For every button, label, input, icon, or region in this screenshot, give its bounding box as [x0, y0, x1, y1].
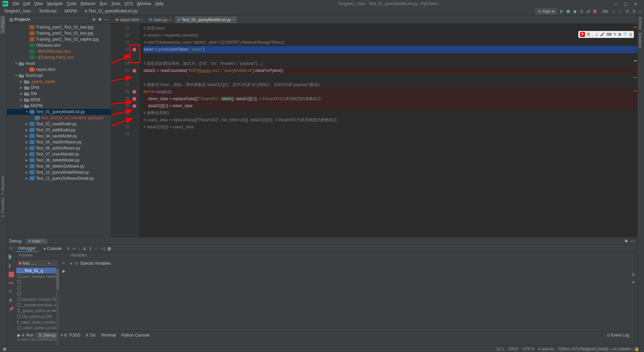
tree-item[interactable]: ▶Test_06_addSoftware.py [7, 145, 111, 151]
tree-item[interactable]: test_start(id, url, headers, payload) [7, 115, 111, 121]
tree-item[interactable]: ▶Test_05_readSoftware.py [7, 139, 111, 145]
tree-item[interactable]: Training_part2_Test_02_bad.jpg [7, 24, 111, 30]
resume-icon[interactable] [9, 254, 14, 260]
menu-file[interactable]: File [11, 1, 21, 6]
gutter[interactable]: 19202122232425262728293031323334 [111, 24, 131, 237]
tree-item[interactable]: ▼MSPM [7, 103, 111, 109]
minimize-icon[interactable]: — [614, 2, 618, 6]
tree-item[interactable]: ▶Test_04_saveModel.py [7, 133, 111, 139]
debugger-tab[interactable]: Debugger [15, 245, 39, 252]
close-icon[interactable]: ✕ [634, 2, 638, 6]
maximize-icon[interactable]: ▢ [624, 2, 628, 6]
link-icon[interactable]: ⇔ [632, 280, 635, 284]
bottom-tab[interactable]: ▶4: Run [15, 332, 36, 338]
thread-selector[interactable]: Mai......▾ ↑↓ [17, 260, 58, 266]
git-revert-icon[interactable]: ⟲ [632, 9, 636, 14]
frame-item[interactable]: _inject_setup_module_f [16, 319, 59, 325]
tree-item[interactable]: ▶Test_02_readModel.py [7, 121, 111, 127]
settings2-icon[interactable]: ⚙ [9, 298, 14, 303]
copy-icon[interactable]: ⎘ [632, 272, 635, 277]
menu-refactor[interactable]: Refactor [78, 1, 98, 6]
project-tab[interactable]: 1: Project [0, 15, 5, 34]
tree-item[interactable]: ▶Test_07_checkModel.py [7, 151, 111, 157]
debug-config-tab[interactable]: main× [26, 238, 47, 244]
hide-icon[interactable]: — [631, 239, 635, 244]
gear-icon[interactable]: ✱ [625, 239, 628, 244]
editor-tab[interactable]: main.py× [146, 16, 174, 23]
stepintomy-icon[interactable]: ⇊ [83, 246, 86, 251]
add-watch-icon[interactable]: ＋ [62, 260, 66, 266]
frame-item[interactable] [16, 291, 59, 296]
stepover-icon[interactable]: ⤻ [72, 246, 75, 251]
collapse-icon[interactable]: — [104, 17, 108, 22]
tree-item[interactable]: ▼result [7, 60, 111, 67]
tree-item[interactable]: ~$Training-Part1.xlsx [7, 54, 111, 60]
pin-icon[interactable]: 📌 [9, 307, 14, 312]
frame-item[interactable]: _importtestmodule, py [16, 302, 59, 308]
editor-tab[interactable]: Test_01_queryModelList.py× [175, 16, 237, 23]
bottom-tab[interactable]: 9: Git [83, 332, 98, 338]
menu-code[interactable]: Code [65, 1, 78, 6]
bottom-tab[interactable]: ≡6: TODO [58, 332, 83, 338]
database-tab[interactable]: Database [638, 31, 643, 50]
frame-item[interactable]: collect, python.py:448 [16, 325, 59, 331]
favorites-tab[interactable]: 2: Favorites [0, 196, 5, 218]
frame-item[interactable]: obj, python.py:263 [16, 313, 59, 319]
stepinto-icon[interactable]: ↓ [78, 246, 80, 251]
menu-help[interactable]: Help [153, 1, 166, 6]
git-history-icon[interactable]: ↺ [626, 9, 629, 14]
forcestep-icon[interactable]: ⇓ [89, 246, 92, 251]
settings-icon[interactable]: ✱ [98, 17, 102, 22]
breakpoints-icon[interactable]: ●● [9, 280, 14, 286]
breadcrumb-3[interactable]: Test_01_queryModelList.py [84, 9, 139, 13]
mute-bp-icon[interactable]: ⊘ [9, 289, 14, 295]
menu-navigate[interactable]: Navigate [45, 1, 65, 6]
debug-icon[interactable] [567, 10, 570, 13]
breadcrumb-1[interactable]: TestScript [38, 9, 63, 13]
breadcrumb-0[interactable]: Tengine2_Auto [3, 9, 38, 13]
frame-item[interactable]: , Test_01_q [16, 268, 59, 273]
frame-item[interactable] [16, 285, 59, 291]
run-config-dropdown[interactable]: main▾ [535, 8, 557, 14]
sciview-tab[interactable]: SciView [638, 15, 643, 31]
tree-item[interactable]: ▶MDM [7, 97, 111, 103]
locate-icon[interactable]: ⊕ [92, 17, 96, 22]
tree-item[interactable]: ▶Test_11_querySoftwareDetail.py [7, 175, 111, 181]
tree-item[interactable]: ▼TestScript [7, 73, 111, 79]
tree-item[interactable]: ~$MSPMcases.xlsx [7, 48, 111, 54]
project-tree[interactable]: Training_part2_Test_02_bad.jpgTraining_p… [7, 24, 111, 237]
editor-tab[interactable]: report.html× [113, 16, 146, 23]
tree-item[interactable]: UMcases.xlsx [7, 42, 111, 48]
profile-icon[interactable]: ⊙ [580, 9, 583, 14]
runtocursor-icon[interactable]: →| [100, 246, 105, 251]
stepout-icon[interactable]: ↑ [95, 246, 97, 251]
menu-edit[interactable]: Edit [21, 1, 32, 6]
tool-window-icon[interactable]: ▣ [3, 347, 6, 351]
bottom-tab[interactable]: Terminal [98, 332, 118, 338]
tree-item[interactable]: report.html [7, 67, 111, 73]
tree-item[interactable]: Training_part2_Test_02_lion.jpg [7, 30, 111, 36]
pause-icon[interactable]: ‖ [9, 263, 14, 268]
console-tab[interactable]: ▸ Console [41, 246, 64, 252]
tree-item[interactable]: ▶.pytest_cache [7, 79, 111, 85]
error-stripe[interactable] [633, 24, 637, 237]
frame-item[interactable]: exec_module, rewrite [16, 273, 59, 279]
rerun-icon[interactable]: ↻ [9, 246, 13, 251]
line-ending[interactable]: CRLF [508, 347, 519, 351]
menu-window[interactable]: Window [135, 1, 153, 6]
encoding[interactable]: UTF-8 [523, 347, 534, 351]
tree-item[interactable]: ▶DFM [7, 85, 111, 91]
tree-item[interactable]: ▶Test_10_queryModelDetail.py [7, 169, 111, 175]
git-commit-icon[interactable]: ✓ [619, 9, 622, 14]
menu-tools[interactable]: Tools [109, 1, 122, 6]
search-icon[interactable]: ⌕ [639, 9, 641, 14]
tree-item[interactable]: ▶Test_03_addModel.py [7, 127, 111, 133]
menu-run[interactable]: Run [98, 1, 109, 6]
breadcrumb-2[interactable]: MSPM [63, 9, 84, 13]
frame-item[interactable]: pyimport, local.py:701 [16, 296, 59, 302]
bottom-tab[interactable]: 5: Debug [36, 332, 58, 338]
tree-item[interactable]: ▼Test_01_queryModelList.py [7, 109, 111, 115]
ime-toolbar[interactable]: S 英 ,☺🎤⌨✎⊞👕⊡ [578, 31, 634, 38]
structure-tab[interactable]: 7: Structure [0, 175, 5, 196]
menu-view[interactable]: View [32, 1, 45, 6]
